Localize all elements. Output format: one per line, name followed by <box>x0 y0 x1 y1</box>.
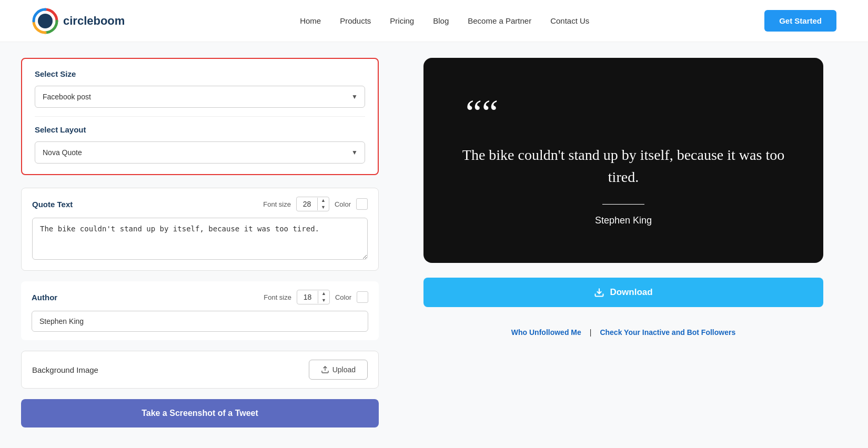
upload-icon <box>321 365 329 374</box>
get-started-button[interactable]: Get Started <box>764 10 836 32</box>
logo: circleboom <box>32 7 125 35</box>
nav-products[interactable]: Products <box>340 16 371 25</box>
main-content: Select Size Facebook post Twitter post I… <box>0 42 868 443</box>
author-font-increase-button[interactable]: ▲ <box>318 290 329 297</box>
author-section: Author Font size 18 ▲ ▼ Color <box>21 281 379 340</box>
screenshot-button[interactable]: Take a Screenshot of a Tweet <box>21 399 379 427</box>
inactive-followers-link[interactable]: Check Your Inactive and Bot Followers <box>600 328 735 337</box>
background-image-label: Background Image <box>32 365 98 374</box>
nav-blog[interactable]: Blog <box>433 16 449 25</box>
quote-font-increase-button[interactable]: ▲ <box>318 197 329 204</box>
quote-font-size-value: 28 <box>297 198 318 210</box>
nav-home[interactable]: Home <box>300 16 321 25</box>
author-font-decrease-button[interactable]: ▼ <box>318 297 329 304</box>
quote-font-size-box: 28 ▲ ▼ <box>296 197 329 211</box>
font-size-label: Font size <box>263 200 291 208</box>
author-input[interactable] <box>32 311 368 332</box>
quote-font-controls: Font size 28 ▲ ▼ Color <box>263 197 368 211</box>
quote-text-input[interactable]: The bike couldn't stand up by itself, be… <box>32 218 368 260</box>
header: circleboom Home Products Pricing Blog Be… <box>0 0 868 42</box>
quote-text-label: Quote Text <box>32 200 73 209</box>
nav-partner[interactable]: Become a Partner <box>468 16 531 25</box>
quote-text-header: Quote Text Font size 28 ▲ ▼ Color <box>32 197 368 211</box>
nav: Home Products Pricing Blog Become a Part… <box>300 16 589 25</box>
size-select-wrapper: Facebook post Twitter post Instagram pos… <box>35 86 365 108</box>
download-icon <box>594 287 604 298</box>
selection-box: Select Size Facebook post Twitter post I… <box>21 58 379 175</box>
author-font-size-value: 18 <box>297 291 318 303</box>
quote-color-picker[interactable] <box>356 198 368 210</box>
select-layout-label: Select Layout <box>35 125 365 134</box>
quote-font-size-arrows[interactable]: ▲ ▼ <box>318 197 329 211</box>
svg-point-0 <box>38 14 53 28</box>
nav-contact[interactable]: Contact Us <box>550 16 589 25</box>
download-label: Download <box>610 287 652 298</box>
divider <box>35 116 365 117</box>
upload-label: Upload <box>332 365 356 374</box>
who-unfollowed-link[interactable]: Who Unfollowed Me <box>511 328 581 337</box>
quote-text-section: Quote Text Font size 28 ▲ ▼ Color The bi… <box>21 188 379 271</box>
author-font-size-label: Font size <box>264 293 291 301</box>
select-size-label: Select Size <box>35 69 365 78</box>
quote-card: ““ The bike couldn't stand up by itself,… <box>423 58 823 263</box>
footer-separator: | <box>590 328 592 337</box>
layout-select[interactable]: Nova Quote Classic Quote Modern Quote <box>35 141 365 164</box>
download-button[interactable]: Download <box>423 278 823 307</box>
quote-card-divider <box>602 204 644 205</box>
author-font-size-box: 18 ▲ ▼ <box>297 290 330 304</box>
layout-select-wrapper: Nova Quote Classic Quote Modern Quote ▼ <box>35 141 365 164</box>
author-color-label: Color <box>335 293 351 301</box>
author-font-size-arrows[interactable]: ▲ ▼ <box>318 290 329 304</box>
quote-font-decrease-button[interactable]: ▼ <box>318 204 329 211</box>
quote-mark-icon: ““ <box>466 95 498 131</box>
footer-links: Who Unfollowed Me | Check Your Inactive … <box>511 328 735 337</box>
background-image-section: Background Image Upload <box>21 351 379 389</box>
quote-preview-text: The bike couldn't stand up by itself, be… <box>455 144 792 188</box>
quote-preview-author: Stephen King <box>595 215 652 226</box>
nav-pricing[interactable]: Pricing <box>390 16 414 25</box>
color-label: Color <box>335 200 351 208</box>
right-panel: ““ The bike couldn't stand up by itself,… <box>400 58 847 427</box>
author-font-controls: Font size 18 ▲ ▼ Color <box>264 290 368 304</box>
author-header: Author Font size 18 ▲ ▼ Color <box>32 290 368 304</box>
author-color-picker[interactable] <box>357 291 368 303</box>
size-select[interactable]: Facebook post Twitter post Instagram pos… <box>35 86 365 108</box>
logo-text: circleboom <box>63 14 125 28</box>
left-panel: Select Size Facebook post Twitter post I… <box>21 58 379 427</box>
logo-icon <box>32 7 59 35</box>
upload-button[interactable]: Upload <box>309 360 368 380</box>
author-label: Author <box>32 293 57 302</box>
